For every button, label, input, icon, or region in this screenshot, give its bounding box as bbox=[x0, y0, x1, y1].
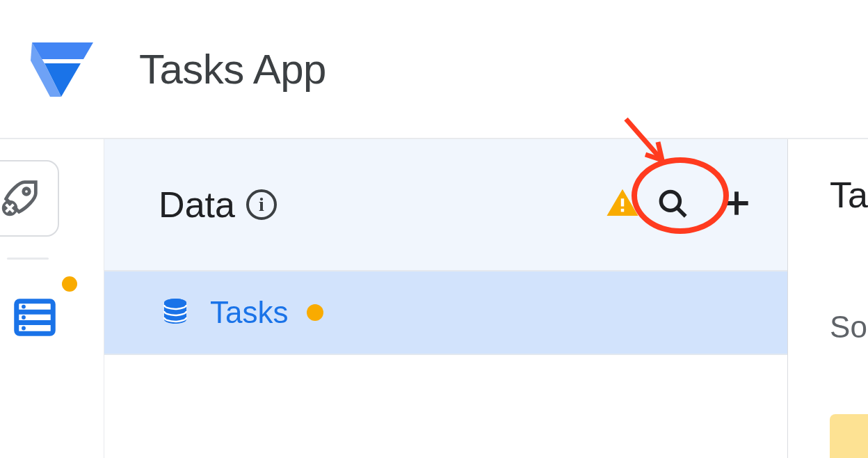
data-panel-header: Data i bbox=[104, 139, 787, 271]
left-nav-rail bbox=[0, 139, 104, 458]
app-title: Tasks App bbox=[139, 45, 326, 93]
svg-point-6 bbox=[22, 315, 26, 319]
table-icon bbox=[159, 294, 192, 331]
data-panel: Data i bbox=[104, 139, 788, 458]
plus-icon bbox=[719, 211, 754, 223]
nav-divider bbox=[7, 258, 49, 260]
database-icon bbox=[10, 293, 59, 345]
svg-point-15 bbox=[164, 299, 186, 307]
table-detail-subrow: So bbox=[830, 310, 867, 345]
nav-data-warning-badge bbox=[62, 276, 77, 292]
svg-point-7 bbox=[22, 326, 26, 331]
app-header: Tasks App bbox=[0, 0, 868, 139]
rocket-icon bbox=[0, 175, 43, 222]
nav-data-button[interactable] bbox=[0, 281, 73, 357]
svg-point-0 bbox=[24, 189, 30, 195]
data-table-row[interactable]: Tasks bbox=[104, 271, 787, 355]
svg-rect-9 bbox=[621, 209, 625, 212]
svg-line-11 bbox=[677, 208, 685, 216]
warning-icon[interactable] bbox=[604, 184, 641, 225]
info-icon[interactable]: i bbox=[246, 189, 277, 220]
warning-banner bbox=[830, 414, 868, 458]
status-dot-warning bbox=[307, 304, 323, 321]
table-detail-title: Ta bbox=[830, 174, 868, 216]
svg-point-10 bbox=[661, 191, 680, 210]
appsheet-logo-icon bbox=[28, 33, 97, 105]
add-table-button[interactable] bbox=[719, 186, 754, 223]
nav-launch-button[interactable] bbox=[0, 160, 59, 237]
search-icon[interactable] bbox=[655, 186, 690, 223]
data-table-label: Tasks bbox=[210, 295, 288, 330]
svg-rect-8 bbox=[621, 198, 625, 206]
data-tables-list: Tasks bbox=[104, 271, 787, 355]
table-detail-panel: Ta So bbox=[788, 139, 868, 458]
svg-point-5 bbox=[22, 305, 26, 309]
data-panel-title: Data bbox=[159, 184, 235, 226]
